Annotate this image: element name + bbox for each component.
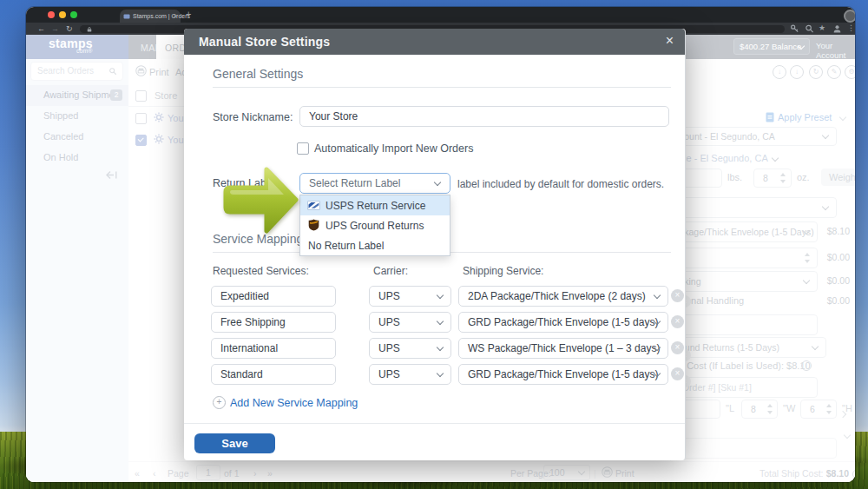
- carrier-header: Carrier:: [373, 265, 408, 277]
- remove-mapping-icon[interactable]: ×: [671, 341, 684, 354]
- forward-icon[interactable]: →: [51, 23, 59, 35]
- requested-service-input[interactable]: Standard: [211, 364, 336, 385]
- minimize-window-button[interactable]: [59, 11, 66, 18]
- shipping-service-header: Shipping Service:: [463, 265, 543, 277]
- chevron-down-icon: [437, 318, 444, 325]
- save-button[interactable]: Save: [194, 433, 275, 453]
- add-new-service-mapping-link[interactable]: Add New Service Mapping: [230, 397, 358, 409]
- tab-favicon-icon: [123, 13, 130, 20]
- desktop: Stamps.com | Orders + ← → ↻ stamps: [0, 0, 868, 489]
- shipping-service-select[interactable]: GRD Package/Thick Envelope (1-5 days): [458, 312, 668, 333]
- return-label-dropdown-list: USPS Return Service UPS Ground Returns N…: [299, 195, 450, 256]
- requested-services-header: Requested Services:: [213, 265, 309, 277]
- remove-mapping-icon[interactable]: ×: [671, 367, 684, 380]
- chevron-down-icon: [437, 344, 444, 351]
- remove-mapping-icon[interactable]: ×: [671, 289, 684, 302]
- shipping-service-select[interactable]: WS Package/Thick Envelope (1 – 3 days): [458, 338, 668, 359]
- manual-store-settings-modal: Manual Store Settings General Settings S…: [184, 29, 686, 460]
- zoom-search-icon[interactable]: [805, 23, 814, 34]
- shipping-service-select[interactable]: GRD Package/Thick Envelope (1-5 days): [458, 364, 668, 385]
- new-tab-button[interactable]: +: [186, 9, 191, 19]
- requested-service-input[interactable]: Free Shipping: [211, 312, 336, 333]
- browser-tab[interactable]: Stamps.com | Orders: [120, 10, 181, 23]
- zoom-window-button[interactable]: [70, 11, 77, 18]
- chevron-down-icon: [434, 179, 441, 186]
- option-no-return-label[interactable]: No Return Label: [300, 235, 450, 255]
- option-ups-ground-returns[interactable]: UPS Ground Returns: [300, 215, 450, 235]
- auto-import-checkbox[interactable]: [297, 142, 309, 155]
- close-window-button[interactable]: [48, 11, 55, 18]
- close-tab-icon[interactable]: [173, 12, 177, 20]
- profile-person-icon[interactable]: [832, 23, 842, 34]
- browser-tab-strip: Stamps.com | Orders +: [26, 7, 855, 23]
- general-settings-heading: General Settings: [213, 67, 303, 81]
- usps-logo-icon: [307, 201, 320, 210]
- carrier-select[interactable]: UPS: [369, 312, 451, 333]
- lock-icon: [87, 27, 92, 32]
- password-key-icon[interactable]: [790, 23, 799, 34]
- store-nickname-label: Store Nickname:: [213, 111, 293, 123]
- back-icon[interactable]: ←: [37, 23, 45, 35]
- reload-icon[interactable]: ↻: [66, 23, 73, 35]
- modal-title: Manual Store Settings: [199, 35, 330, 49]
- store-nickname-input[interactable]: Your Store: [299, 106, 669, 127]
- carrier-select[interactable]: UPS: [369, 364, 451, 385]
- chevron-down-icon: [654, 292, 661, 299]
- return-label-note: label included by default for domestic o…: [457, 178, 664, 190]
- auto-import-label: Automatically Import New Orders: [314, 142, 473, 155]
- browser-menu-kebab-icon[interactable]: [847, 23, 855, 32]
- green-pointer-arrow: [221, 162, 300, 236]
- add-plus-icon[interactable]: [213, 396, 226, 409]
- requested-service-input[interactable]: International: [211, 338, 336, 359]
- remove-mapping-icon[interactable]: ×: [671, 315, 684, 328]
- carrier-select[interactable]: UPS: [369, 286, 451, 307]
- chevron-down-icon: [437, 292, 444, 299]
- browser-profile-icon[interactable]: [844, 10, 855, 23]
- bookmark-star-icon[interactable]: [819, 23, 825, 32]
- requested-service-input[interactable]: Expeditied: [211, 286, 336, 307]
- modal-header: Manual Store Settings: [184, 29, 685, 55]
- return-label-select[interactable]: Select Return Label: [299, 173, 450, 194]
- option-usps-return-service[interactable]: USPS Return Service: [300, 195, 450, 215]
- tab-title: Stamps.com | Orders: [133, 13, 190, 19]
- shipping-service-select[interactable]: 2DA Package/Thick Envelope (2 days): [458, 286, 668, 307]
- ups-logo-icon: [308, 219, 319, 231]
- chevron-down-icon: [437, 370, 444, 377]
- carrier-select[interactable]: UPS: [369, 338, 451, 359]
- close-icon[interactable]: [666, 33, 674, 49]
